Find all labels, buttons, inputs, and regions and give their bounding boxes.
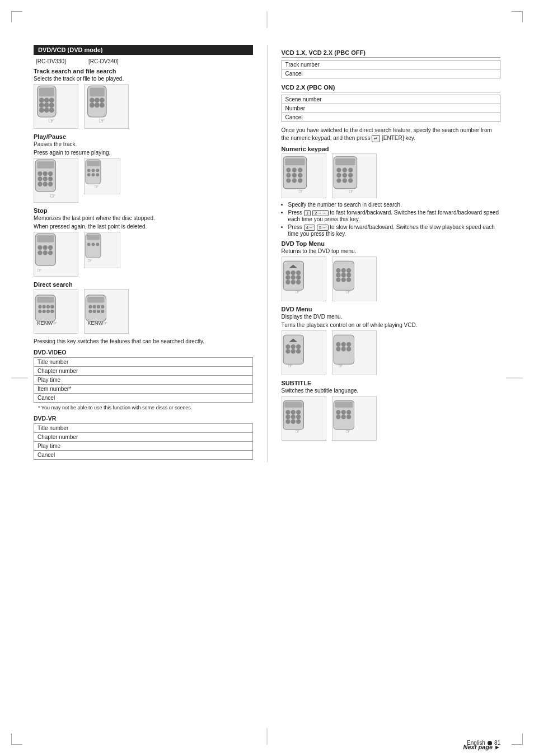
svg-point-28: [48, 176, 53, 181]
svg-point-76: [97, 310, 100, 313]
play-pause-desc1: Pauses the track.: [34, 141, 253, 147]
numeric-keypad-img-2: ☞: [332, 153, 377, 198]
dvd-vr-table: Title number Chapter number Play time Ca…: [34, 423, 253, 460]
dvd-menu-title: DVD Menu: [282, 306, 501, 312]
svg-point-66: [50, 310, 54, 313]
svg-point-136: [346, 342, 350, 346]
track-search-desc: Selects the track or file to be played.: [34, 76, 253, 82]
remote-img-subtitle-2: ☞: [332, 396, 377, 441]
track-search-images: ☞ ☞: [34, 84, 253, 129]
page-number: 81: [494, 740, 500, 746]
svg-rect-52: [87, 235, 100, 240]
stop-desc1: Memorizes the last point where the disc …: [34, 215, 253, 221]
bullet-item-1: Press 1 2→→ to fast forward/backward. Sw…: [288, 209, 501, 222]
svg-point-24: [43, 171, 48, 176]
svg-text:☞: ☞: [338, 362, 343, 368]
svg-rect-58: [37, 297, 54, 302]
page-content: DVD/VCD (DVD mode) [RC-DV330] [RC-DV340]…: [34, 45, 500, 722]
table-row: Title number: [34, 358, 253, 367]
corner-bl: [11, 734, 22, 745]
remote-img-track-2: ☞: [84, 84, 129, 129]
remote-img-topmenu-2: ☞: [332, 256, 377, 301]
svg-point-138: [341, 347, 345, 351]
left-column: DVD/VCD (DVD mode) [RC-DV330] [RC-DV340]…: [34, 45, 253, 462]
page-number-area: English 81: [467, 740, 500, 746]
table-row: Cancel: [282, 69, 500, 78]
svg-point-122: [341, 277, 345, 282]
remote-img-play-1: ☞: [34, 158, 78, 203]
svg-point-86: [298, 173, 302, 178]
svg-point-111: [291, 279, 295, 284]
svg-point-97: [342, 173, 346, 178]
svg-point-27: [43, 176, 48, 181]
table-row: Chapter number: [34, 433, 253, 442]
svg-point-10: [49, 108, 54, 113]
svg-rect-22: [37, 161, 54, 168]
svg-point-134: [336, 342, 340, 346]
vcd1x2x-item-1: Cancel: [282, 69, 500, 78]
svg-point-37: [96, 169, 99, 172]
svg-text:☞: ☞: [345, 428, 350, 434]
dvd-top-menu-desc: Returns to the DVD top menu.: [282, 248, 501, 254]
footnote: * You may not be able to use this functi…: [34, 405, 253, 410]
svg-point-81: [286, 167, 291, 172]
svg-point-54: [92, 242, 95, 246]
svg-text:☞: ☞: [94, 184, 99, 190]
svg-point-88: [292, 178, 296, 183]
svg-text:KENW☞: KENW☞: [87, 320, 107, 326]
svg-point-143: [285, 410, 290, 414]
svg-point-135: [341, 342, 345, 346]
svg-point-117: [346, 268, 350, 272]
dvd-video-item-2: Play time: [34, 376, 253, 385]
body-text: Once you have switched to the direct sea…: [282, 127, 501, 142]
svg-point-2: [39, 97, 44, 102]
svg-point-84: [286, 173, 291, 178]
svg-point-18: [95, 102, 100, 108]
svg-point-100: [342, 178, 346, 183]
dvd-video-item-4: Cancel: [34, 394, 253, 403]
vcd1x2x-title: VCD 1.X, VCD 2.X (PBC OFF): [282, 49, 501, 58]
svg-point-46: [48, 245, 53, 250]
svg-point-150: [291, 419, 295, 423]
vcd2x-item-2: Cancel: [282, 113, 500, 122]
dvd-vr-label: DVD-VR: [34, 415, 253, 422]
dvd-vr-item-2: Play time: [34, 442, 253, 451]
svg-point-25: [48, 171, 53, 176]
direct-search-title: Direct search: [34, 281, 253, 288]
dvd-menu-desc1: Displays the DVD menu.: [282, 314, 501, 320]
svg-rect-154: [335, 402, 353, 407]
remote-img-menu-1: ☞: [282, 330, 326, 375]
svg-point-47: [38, 250, 42, 255]
crosshair-bottom: [267, 728, 268, 745]
bullet-item-2: Press 4← 5→ to slow forward/backward. Sw…: [288, 224, 501, 237]
svg-point-73: [101, 305, 104, 309]
remote-img-play-2: ☞: [84, 158, 120, 194]
dvd-vr-item-1: Chapter number: [34, 433, 253, 442]
svg-point-110: [285, 279, 290, 284]
remote-img-stop-2: ☞: [84, 232, 120, 268]
vcd1x2x-table: Track number Cancel: [282, 60, 501, 78]
svg-point-118: [336, 273, 340, 277]
subtitle-desc: Switches the subtitle language.: [282, 388, 501, 394]
subtitle-images: ☞ ☞: [282, 396, 501, 441]
dvd-vr-item-0: Title number: [34, 424, 253, 433]
svg-point-77: [101, 310, 104, 313]
svg-point-72: [97, 305, 100, 309]
svg-point-149: [285, 419, 290, 423]
svg-rect-142: [284, 402, 302, 407]
svg-rect-13: [90, 88, 105, 97]
crosshair-top: [267, 11, 268, 28]
svg-point-94: [342, 167, 346, 172]
svg-point-120: [346, 273, 350, 277]
subtitle-title: SUBTITLE: [282, 380, 501, 386]
svg-point-157: [346, 410, 350, 414]
svg-point-14: [90, 97, 95, 102]
corner-br: [512, 734, 523, 745]
svg-point-144: [291, 410, 295, 414]
svg-point-119: [341, 273, 345, 277]
btn-slow-fwd-icon: 4←: [304, 225, 315, 231]
svg-point-121: [336, 277, 340, 282]
remote-img-menu-2: ☞: [332, 330, 377, 375]
svg-text:☞: ☞: [294, 288, 299, 295]
play-pause-images: ☞ ☞: [34, 158, 253, 203]
